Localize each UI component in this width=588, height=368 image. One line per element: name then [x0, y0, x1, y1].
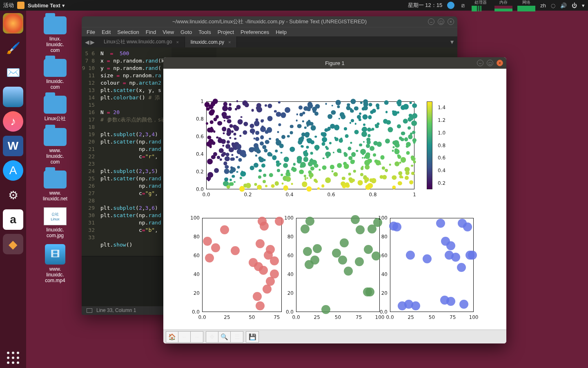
close-button[interactable]: ×: [448, 18, 454, 25]
minimize-button[interactable]: –: [428, 18, 434, 25]
figure-canvas: 0.00.20.40.60.810.00.20.40.60.810.20.40.…: [163, 69, 506, 330]
dock-drawing[interactable]: 🖌️: [3, 38, 23, 58]
pan-button[interactable]: ✥: [206, 332, 218, 342]
close-button[interactable]: ×: [497, 60, 503, 66]
chart-axes: [390, 218, 474, 312]
mem-indicator[interactable]: 内存: [494, 0, 512, 11]
menu-view[interactable]: View: [163, 29, 174, 35]
figure-toolbar: 🏠 ← → ✥ 🔍 ☰ 💾: [163, 330, 506, 343]
figure-title-text: Figure 1: [325, 60, 345, 66]
code-content[interactable]: N = 500 x = np.random.rand(k) y = np.ran…: [98, 47, 172, 256]
editor-tab[interactable]: Linux公社 www.linuxidc.com.go×: [98, 36, 185, 47]
menu-find[interactable]: Find: [146, 29, 156, 35]
tab-history-fwd-icon[interactable]: ▶: [90, 39, 95, 45]
chart-axes: [202, 218, 282, 312]
tabs-menu-chevron-icon[interactable]: ▾: [447, 36, 457, 47]
home-button[interactable]: 🏠: [166, 332, 178, 342]
desktop-folder[interactable]: www.linuxidc.net: [33, 171, 78, 202]
dock-finder[interactable]: [3, 87, 23, 107]
sublime-title-text: ~/www.linuxidc.com/Linux公社 -/linuxidc.co…: [172, 18, 367, 25]
app-icon: [17, 2, 24, 9]
forward-button[interactable]: →: [191, 332, 203, 342]
dock-music[interactable]: ♪: [3, 111, 23, 132]
power-icon[interactable]: ⏻: [572, 2, 577, 9]
show-applications[interactable]: [3, 348, 23, 368]
desktop-image[interactable]: 公社Linuxlinuxidc.com.jpg: [33, 207, 78, 238]
minimize-button[interactable]: –: [477, 60, 483, 66]
colorbar: [427, 101, 432, 189]
back-button[interactable]: ←: [178, 332, 191, 342]
volume-icon[interactable]: 🔊: [560, 2, 567, 9]
app-menu[interactable]: Sublime Text ▾: [28, 2, 65, 9]
weather-icon[interactable]: [447, 2, 454, 9]
menu-selection[interactable]: Selection: [117, 29, 139, 35]
tab-history-back-icon[interactable]: ◀: [85, 39, 89, 45]
activities[interactable]: 活动: [3, 2, 14, 9]
desktop-video[interactable]: 🎞www.linuxidc.com.mp4: [33, 244, 78, 283]
zoom-button[interactable]: 🔍: [218, 332, 231, 342]
top-panel: 活动 Sublime Text ▾ 星期一 12：15 ⎚ 处理器 内存 网络 …: [0, 0, 588, 11]
sublime-tabs: ◀▶ Linux公社 www.linuxidc.com.go× linuxidc…: [82, 36, 457, 47]
dock-mail[interactable]: ✉️: [3, 62, 23, 83]
dock-sublime[interactable]: ◆: [3, 234, 23, 254]
desktop-folder[interactable]: www.linuxidc.com: [33, 128, 78, 165]
clock[interactable]: 星期一 12：15: [408, 2, 443, 9]
status-menu-chevron-icon[interactable]: ▾: [582, 2, 585, 9]
menu-preferences[interactable]: Preferences: [241, 29, 269, 35]
desktop-folder[interactable]: linux.linuxidc.com: [33, 16, 78, 53]
net-indicator[interactable]: 网络: [517, 0, 535, 11]
maximize-button[interactable]: ◻: [438, 18, 444, 25]
figure-window: Figure 1 – ◻ × 0.00.20.40.60.810.00.20.4…: [163, 57, 506, 343]
sublime-menubar: File Edit Selection Find View Goto Tools…: [82, 27, 457, 36]
panel-switch-icon[interactable]: [87, 308, 92, 313]
cpu-indicator[interactable]: 处理器: [472, 0, 490, 11]
dock-devices[interactable]: ⚙: [3, 185, 23, 205]
dock-appstore[interactable]: A: [3, 160, 23, 181]
menu-edit[interactable]: Edit: [102, 29, 111, 35]
maximize-button[interactable]: ◻: [487, 60, 493, 66]
input-language[interactable]: zh: [540, 2, 546, 9]
dock-word[interactable]: W: [3, 136, 23, 156]
subplots-button[interactable]: ☰: [231, 332, 243, 342]
desktop-folder[interactable]: linuxidc.com: [33, 59, 78, 90]
a11y-icon[interactable]: ◌: [551, 2, 555, 9]
chart-axes: [296, 218, 380, 312]
menu-help[interactable]: Help: [276, 29, 287, 35]
tab-close-icon[interactable]: ×: [176, 40, 178, 45]
desktop: linux.linuxidc.com linuxidc.com Linux公社 …: [33, 16, 78, 283]
menu-tools[interactable]: Tools: [198, 29, 211, 35]
dock-amazon[interactable]: a: [3, 209, 23, 230]
dock: 🖌️ ✉️ ♪ W A ⚙ a ◆: [0, 11, 26, 368]
tab-close-icon[interactable]: ×: [228, 40, 231, 45]
tray-icon[interactable]: ⎚: [459, 2, 467, 9]
menu-project[interactable]: Project: [218, 29, 234, 35]
save-button[interactable]: 💾: [246, 332, 258, 342]
desktop-folder[interactable]: Linux公社: [33, 96, 78, 122]
menu-file[interactable]: File: [87, 29, 95, 35]
editor-tab[interactable]: linuxidc.com.py×: [185, 36, 237, 47]
status-position[interactable]: Line 33, Column 1: [96, 307, 136, 313]
figure-titlebar[interactable]: Figure 1 – ◻ ×: [163, 57, 506, 69]
menu-goto[interactable]: Goto: [180, 29, 192, 35]
line-gutter: 5 6 7 8 9 10 11 12 13 14 15 16 17 18 19 …: [82, 47, 98, 256]
dock-firefox[interactable]: [3, 13, 23, 34]
sublime-titlebar[interactable]: ~/www.linuxidc.com/Linux公社 -/linuxidc.co…: [82, 16, 457, 27]
chart-axes: [206, 101, 414, 189]
